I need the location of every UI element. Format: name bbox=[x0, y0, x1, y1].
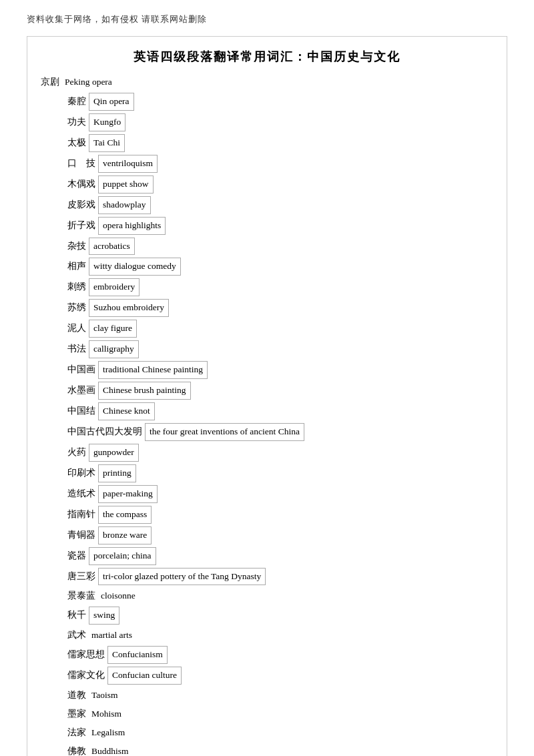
list-item: 京剧Peking opera bbox=[41, 73, 493, 91]
list-item: 青铜器bronze ware bbox=[41, 525, 493, 546]
list-item: 秦腔Qin opera bbox=[41, 91, 493, 112]
zh-term: 相声 bbox=[67, 261, 86, 271]
en-translation: shadowplay bbox=[98, 196, 151, 214]
en-translation: witty dialogue comedy bbox=[89, 258, 181, 276]
zh-term: 木偶戏 bbox=[67, 179, 95, 189]
en-translation: cloisonne bbox=[101, 591, 136, 601]
zh-term: 印刷术 bbox=[67, 468, 95, 478]
list-item: 印刷术printing bbox=[41, 463, 493, 484]
list-item: 儒家思想Confucianism bbox=[41, 645, 493, 665]
list-item: 功夫Kungfo bbox=[41, 112, 493, 133]
list-item: 杂技acrobatics bbox=[41, 236, 493, 257]
en-translation: porcelain; china bbox=[89, 547, 156, 565]
en-translation: gunpowder bbox=[89, 444, 139, 462]
en-translation: printing bbox=[98, 464, 136, 482]
zh-term: 泥人 bbox=[67, 323, 86, 333]
list-item: 造纸术paper-making bbox=[41, 484, 493, 504]
page-title: 英语四级段落翻译常用词汇：中国历史与文化 bbox=[41, 43, 493, 73]
list-item: 指南针the compass bbox=[41, 504, 493, 525]
list-item: 墨家Mohism bbox=[41, 705, 493, 723]
en-translation: Qin opera bbox=[89, 93, 134, 111]
en-translation: clay figure bbox=[89, 320, 137, 338]
zh-term: 指南针 bbox=[67, 509, 95, 519]
zh-term: 苏绣 bbox=[67, 302, 86, 312]
en-translation: Confucianism bbox=[107, 646, 168, 664]
top-note: 资料收集于网络，如有侵权 请联系网站删除 bbox=[27, 13, 507, 25]
en-translation: paper-making bbox=[98, 485, 158, 503]
zh-term: 太极 bbox=[67, 137, 86, 147]
zh-term: 书法 bbox=[67, 344, 86, 354]
en-translation: Confucian culture bbox=[107, 667, 182, 685]
zh-term: 火药 bbox=[67, 447, 86, 457]
zh-term: 水墨画 bbox=[67, 385, 95, 395]
zh-term: 道教 bbox=[67, 690, 86, 700]
zh-term: 墨家 bbox=[67, 709, 86, 719]
zh-term: 功夫 bbox=[67, 117, 86, 127]
list-item: 佛教Buddhism bbox=[41, 742, 493, 756]
zh-term: 中国画 bbox=[67, 364, 95, 374]
en-translation: Chinese knot bbox=[98, 402, 155, 420]
list-item: 水墨画Chinese brush painting bbox=[41, 380, 493, 401]
list-item: 法家Legalism bbox=[41, 723, 493, 742]
list-item: 太极Tai Chi bbox=[41, 133, 493, 153]
en-translation: tri-color glazed pottery of the Tang Dyn… bbox=[98, 568, 266, 586]
en-translation: traditional Chinese painting bbox=[98, 361, 208, 379]
list-item: 儒家文化Confucian culture bbox=[41, 665, 493, 686]
list-item: 折子戏opera highlights bbox=[41, 216, 493, 236]
list-item: 道教Taoism bbox=[41, 686, 493, 705]
list-item: 木偶戏puppet show bbox=[41, 174, 493, 195]
list-item: 相声witty dialogue comedy bbox=[41, 256, 493, 277]
en-translation: calligraphy bbox=[89, 340, 139, 358]
zh-term: 京剧 bbox=[41, 77, 59, 87]
zh-term: 儒家思想 bbox=[67, 649, 105, 659]
list-item: 中国结Chinese knot bbox=[41, 401, 493, 422]
list-item: 中国古代四大发明the four great inventions of anc… bbox=[41, 422, 493, 442]
list-item: 泥人clay figure bbox=[41, 318, 493, 339]
zh-term: 法家 bbox=[67, 727, 86, 737]
zh-term: 造纸术 bbox=[67, 488, 95, 498]
en-translation: Suzhou embroidery bbox=[89, 299, 169, 317]
zh-term: 景泰蓝 bbox=[67, 591, 95, 601]
en-translation: Chinese brush painting bbox=[98, 382, 191, 400]
en-translation: opera highlights bbox=[98, 217, 166, 235]
zh-term: 杂技 bbox=[67, 241, 86, 251]
main-content-box: 英语四级段落翻译常用词汇：中国历史与文化 京剧Peking opera秦腔Qin… bbox=[27, 36, 507, 756]
list-item: 景泰蓝cloisonne bbox=[41, 587, 493, 605]
zh-term: 折子戏 bbox=[67, 220, 95, 230]
list-item: 唐三彩tri-color glazed pottery of the Tang … bbox=[41, 566, 493, 587]
list-item: 武术martial arts bbox=[41, 626, 493, 645]
en-translation: puppet show bbox=[98, 175, 154, 194]
en-translation: Peking opera bbox=[65, 77, 112, 87]
list-item: 火药gunpowder bbox=[41, 442, 493, 463]
zh-term: 秋千 bbox=[67, 610, 86, 620]
list-item: 刺绣embroidery bbox=[41, 277, 493, 298]
en-translation: bronze ware bbox=[98, 526, 152, 544]
en-translation: Kungfo bbox=[89, 113, 125, 131]
list-item: 苏绣Suzhou embroidery bbox=[41, 298, 493, 318]
en-translation: the four great inventions of ancient Chi… bbox=[145, 423, 304, 441]
zh-term: 秦腔 bbox=[67, 96, 86, 106]
en-translation: Taoism bbox=[91, 690, 118, 700]
en-translation: embroidery bbox=[89, 278, 140, 296]
list-item: 书法calligraphy bbox=[41, 339, 493, 360]
zh-term: 口 技 bbox=[67, 158, 95, 168]
zh-term: 中国古代四大发明 bbox=[67, 426, 142, 436]
zh-term: 儒家文化 bbox=[67, 670, 105, 680]
zh-term: 皮影戏 bbox=[67, 200, 95, 210]
list-item: 秋千swing bbox=[41, 605, 493, 626]
en-translation: ventriloquism bbox=[98, 155, 158, 173]
list-item: 瓷器porcelain; china bbox=[41, 546, 493, 566]
en-translation: the compass bbox=[98, 506, 152, 524]
zh-term: 瓷器 bbox=[67, 550, 86, 560]
en-translation: Buddhism bbox=[91, 746, 129, 756]
vocab-table: 京剧Peking opera秦腔Qin opera功夫Kungfo太极Tai C… bbox=[41, 73, 493, 756]
zh-term: 青铜器 bbox=[67, 530, 95, 540]
en-translation: swing bbox=[89, 607, 119, 625]
en-translation: martial arts bbox=[91, 630, 132, 640]
en-translation: Mohism bbox=[91, 709, 121, 719]
en-translation: Legalism bbox=[91, 727, 125, 737]
zh-term: 佛教 bbox=[67, 746, 86, 756]
zh-term: 唐三彩 bbox=[67, 571, 95, 581]
zh-term: 刺绣 bbox=[67, 282, 86, 292]
en-translation: acrobatics bbox=[89, 238, 135, 256]
